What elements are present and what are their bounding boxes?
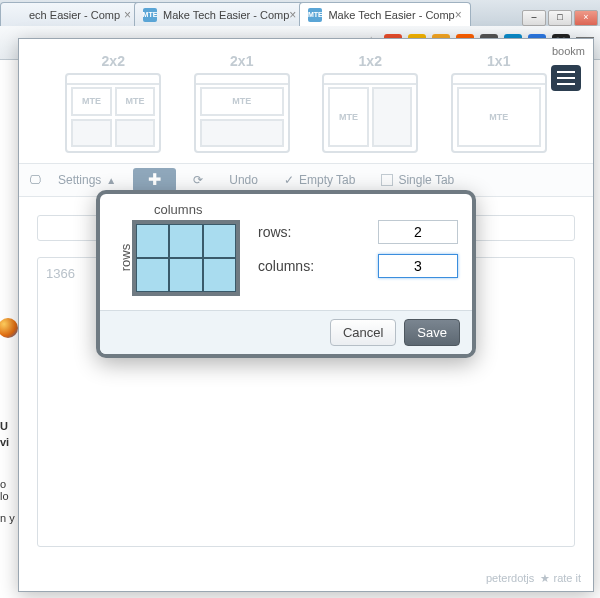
bg-text: o lo xyxy=(0,478,16,502)
layout-presets: 2x2 MTE MTE 2x1 MTE 1x2 MTE 1x1 xyxy=(19,39,593,163)
save-button[interactable]: Save xyxy=(404,319,460,346)
cancel-button[interactable]: Cancel xyxy=(330,319,396,346)
refresh-icon: ⟳ xyxy=(193,173,203,187)
width-value: 1366 xyxy=(46,266,75,281)
layout-cell xyxy=(115,119,156,148)
layout-label: 2x1 xyxy=(194,53,290,69)
layout-cell: MTE xyxy=(115,87,156,116)
chevron-up-icon: ▲ xyxy=(106,175,116,186)
monitor-icon: 🖵 xyxy=(29,173,41,187)
rows-input[interactable] xyxy=(378,220,458,244)
layout-cell: MTE xyxy=(328,87,369,147)
layout-label: 2x2 xyxy=(65,53,161,69)
add-layout-button[interactable]: ✚ xyxy=(133,168,176,192)
firefox-icon xyxy=(0,318,18,338)
tab-title: Make Tech Easier - Comp xyxy=(328,9,454,21)
rate-link[interactable]: rate it xyxy=(553,572,581,584)
tab-title: ech Easier - Comp xyxy=(29,9,120,21)
custom-layout-dialog: columns rows rows: columns: Cancel Save xyxy=(96,190,476,358)
close-icon[interactable]: × xyxy=(455,8,462,22)
layout-2x2[interactable]: 2x2 MTE MTE xyxy=(65,53,161,153)
grid-preview: columns rows xyxy=(114,202,240,296)
browser-tab[interactable]: ech Easier - Comp × xyxy=(0,2,140,26)
layout-cell xyxy=(372,87,413,147)
layout-cell xyxy=(200,119,284,148)
star-icon: ★ xyxy=(540,572,550,584)
browser-tab[interactable]: MTE Make Tech Easier - Comp × xyxy=(134,2,305,26)
minimize-button[interactable]: – xyxy=(522,10,546,26)
tab-favicon: MTE xyxy=(308,8,322,22)
layout-cell: MTE xyxy=(200,87,284,116)
rows-label: rows: xyxy=(258,224,291,240)
layout-label: 1x1 xyxy=(451,53,547,69)
layout-label: 1x2 xyxy=(322,53,418,69)
maximize-button[interactable]: □ xyxy=(548,10,572,26)
background-page: U vi o lo n y xyxy=(0,60,16,598)
bookmark-label: bookm xyxy=(552,45,585,57)
browser-tab-strip: ech Easier - Comp × MTE Make Tech Easier… xyxy=(0,0,600,26)
window-controls: – □ × xyxy=(522,10,600,26)
empty-tab-toggle[interactable]: ✓Empty Tab xyxy=(275,168,364,192)
bg-text: n y xyxy=(0,512,15,524)
layout-2x1[interactable]: 2x1 MTE xyxy=(194,53,290,153)
layout-1x1[interactable]: 1x1 MTE xyxy=(451,53,547,153)
columns-label: columns: xyxy=(258,258,314,274)
check-icon: ✓ xyxy=(284,173,294,187)
close-icon[interactable]: × xyxy=(124,8,131,22)
columns-input[interactable] xyxy=(378,254,458,278)
author-link[interactable]: peterdotjs xyxy=(486,572,534,584)
tab-favicon xyxy=(9,8,23,22)
settings-button[interactable]: Settings▲ xyxy=(49,168,125,192)
tab-title: Make Tech Easier - Comp xyxy=(163,9,289,21)
tab-favicon: MTE xyxy=(143,8,157,22)
grid-cells[interactable] xyxy=(132,220,240,296)
close-window-button[interactable]: × xyxy=(574,10,598,26)
layout-cell: MTE xyxy=(71,87,112,116)
rows-axis-label: rows xyxy=(118,244,133,271)
single-tab-toggle[interactable]: Single Tab xyxy=(372,168,463,192)
browser-tab-active[interactable]: MTE Make Tech Easier - Comp × xyxy=(299,2,470,26)
bg-text: vi xyxy=(0,436,9,448)
panel-menu-icon[interactable] xyxy=(551,65,581,91)
bg-text: U xyxy=(0,420,8,432)
layout-1x2[interactable]: 1x2 MTE xyxy=(322,53,418,153)
undo-button[interactable]: Undo xyxy=(220,168,267,192)
layout-cell xyxy=(71,119,112,148)
panel-footer: peterdotjs ★ rate it xyxy=(486,572,581,585)
close-icon[interactable]: × xyxy=(289,8,296,22)
checkbox-icon xyxy=(381,174,393,186)
refresh-button[interactable]: ⟳ xyxy=(184,168,212,192)
columns-axis-label: columns xyxy=(154,202,202,217)
layout-cell: MTE xyxy=(457,87,541,147)
